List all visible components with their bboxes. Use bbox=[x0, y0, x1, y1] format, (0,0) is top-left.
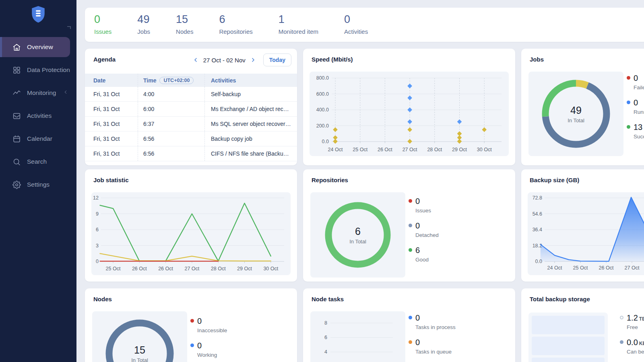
chevron-left-icon[interactable] bbox=[63, 89, 68, 97]
jobs-donut-chart: 49 In Total bbox=[538, 76, 614, 152]
sidebar: Overview Data Protection Monitoring Acti… bbox=[0, 0, 76, 362]
stat-nodes[interactable]: 15 Nodes bbox=[176, 13, 193, 35]
svg-text:400.0: 400.0 bbox=[316, 107, 329, 113]
agenda-date-range: 27 Oct - 02 Nov bbox=[203, 57, 246, 64]
sidebar-item-search[interactable]: Search bbox=[0, 152, 76, 172]
repositories-total: 6 bbox=[355, 226, 361, 237]
svg-text:26 Oct: 26 Oct bbox=[378, 147, 392, 152]
home-icon bbox=[12, 43, 21, 51]
svg-text:800.0: 800.0 bbox=[316, 75, 329, 81]
svg-text:30 Oct: 30 Oct bbox=[477, 147, 492, 152]
search-icon bbox=[12, 158, 21, 166]
legend-dot bbox=[627, 101, 630, 104]
agenda-next-button[interactable] bbox=[249, 56, 257, 64]
total-backup-storage-title: Total backup storage bbox=[530, 296, 590, 302]
agenda-table: Date Time UTC+02:00 Activities Fri, 31 O… bbox=[85, 74, 297, 161]
agenda-row[interactable]: Fri, 31 Oct 6:56 CIFS / NFS file share (… bbox=[85, 146, 297, 161]
svg-text:36.4: 36.4 bbox=[533, 227, 542, 232]
svg-text:9: 9 bbox=[96, 211, 99, 217]
jobs-legend: 0 Failed 0 Running 13 Success bbox=[627, 74, 644, 147]
node-tasks-legend: 0 Tasks in process 0 Tasks in queue bbox=[409, 313, 509, 362]
sidebar-item-settings[interactable]: Settings bbox=[0, 175, 76, 195]
sidebar-item-monitoring[interactable]: Monitoring bbox=[0, 83, 76, 103]
jobs-title: Jobs bbox=[530, 56, 544, 63]
legend-entry-working: 0 Working bbox=[190, 341, 291, 358]
svg-text:8: 8 bbox=[324, 320, 327, 326]
nodes-total: 15 bbox=[134, 344, 145, 356]
svg-text:12: 12 bbox=[93, 195, 99, 201]
agenda-date-nav: 27 Oct - 02 Nov Today bbox=[192, 53, 291, 66]
repositories-donut-chart: 6 In Total bbox=[320, 197, 396, 273]
svg-text:6: 6 bbox=[96, 227, 99, 232]
job-statistic-title: Job statistic bbox=[93, 177, 129, 183]
sidebar-item-calendar[interactable]: Calendar bbox=[0, 129, 76, 149]
today-button[interactable]: Today bbox=[263, 53, 291, 66]
svg-text:72.8: 72.8 bbox=[533, 195, 542, 201]
legend-entry-tasks-in-process: 0 Tasks in process bbox=[409, 313, 509, 330]
node-tasks-card: Node tasks 02468 0 Tasks in process 0 Ta… bbox=[303, 288, 515, 362]
legend-dot bbox=[409, 199, 412, 203]
sidebar-item-label: Monitoring bbox=[27, 89, 56, 97]
stat-issues[interactable]: 0 Issues bbox=[94, 13, 111, 35]
nodes-legend: 0 Inaccessible 0 Working bbox=[190, 317, 291, 362]
agenda-row[interactable]: Fri, 31 Oct 6:00 Ms Exchange / AD object… bbox=[85, 102, 297, 117]
repositories-title: Repositories bbox=[312, 177, 348, 183]
stat-jobs[interactable]: 49 Jobs bbox=[137, 13, 150, 35]
nodes-donut-chart: 15 In Total bbox=[101, 315, 178, 362]
legend-dot bbox=[409, 248, 412, 252]
svg-text:27 Oct: 27 Oct bbox=[184, 266, 199, 272]
sidebar-collapse-handle-icon[interactable] bbox=[67, 26, 71, 29]
sidebar-item-data-protection[interactable]: Data Protection bbox=[0, 60, 76, 80]
stat-repositories[interactable]: 6 Repositories bbox=[219, 13, 252, 35]
legend-dot bbox=[190, 343, 194, 347]
legend-entry-tasks-in-queue: 0 Tasks in queue bbox=[409, 338, 509, 355]
svg-text:3: 3 bbox=[96, 243, 99, 249]
sidebar-item-label: Overview bbox=[27, 43, 53, 51]
legend-entry-can-be-reclaimed: 0.0KB Can be reclaimed bbox=[620, 338, 644, 355]
sidebar-item-activities[interactable]: Activities bbox=[0, 106, 76, 126]
job-statistic-line-chart: 03691225 Oct26 Oct26 Oct27 Oct28 Oct29 O… bbox=[91, 192, 291, 275]
summary-stats-bar: 0 Issues 49 Jobs 15 Nodes 6 Repositories… bbox=[85, 8, 644, 42]
svg-text:4: 4 bbox=[324, 349, 327, 355]
dashboard-screen: { "colors": { "accent_blue": "#3b77d2", … bbox=[0, 0, 644, 362]
svg-text:28 Oct: 28 Oct bbox=[211, 266, 226, 272]
agenda-row[interactable]: Fri, 31 Oct 6:37 Ms SQL server object re… bbox=[85, 117, 297, 132]
sidebar-item-label: Settings bbox=[27, 181, 50, 188]
grid-icon bbox=[12, 66, 21, 74]
sidebar-item-overview[interactable]: Overview bbox=[0, 37, 70, 57]
agenda-prev-button[interactable] bbox=[192, 56, 200, 64]
legend-entry-issues: 0 Issues bbox=[409, 197, 509, 214]
svg-text:26 Oct: 26 Oct bbox=[158, 266, 173, 272]
agenda-row[interactable]: Fri, 31 Oct 4:00 Self-backup bbox=[85, 87, 297, 102]
speed-card: Speed (Mbit/s) 0.0200.0400.0600.0800.024… bbox=[303, 49, 515, 165]
storage-bars bbox=[532, 316, 605, 362]
svg-text:25 Oct: 25 Oct bbox=[106, 266, 121, 272]
sidebar-item-label: Data Protection bbox=[27, 66, 70, 74]
stat-activities[interactable]: 0 Activities bbox=[344, 13, 368, 35]
legend-entry-failed: 0 Failed bbox=[627, 74, 644, 90]
job-statistic-card: Job statistic 03691225 Oct26 Oct26 Oct27… bbox=[85, 169, 297, 282]
shield-logo-icon bbox=[30, 5, 47, 24]
storage-bar bbox=[532, 316, 605, 334]
legend-entry-running: 0 Running bbox=[627, 98, 644, 115]
storage-bars-panel bbox=[528, 313, 608, 362]
jobs-card: Jobs 49 In Total 0 Failed 0 Running 13 S… bbox=[521, 49, 644, 165]
repositories-legend: 0 Issues 0 Detached 6 Good bbox=[409, 197, 509, 270]
svg-text:200.0: 200.0 bbox=[316, 123, 329, 129]
stat-monitored-item[interactable]: 1 Monitored item bbox=[279, 13, 318, 35]
legend-entry-inaccessible: 0 Inaccessible bbox=[190, 317, 291, 333]
speed-scatter-chart: 0.0200.0400.0600.0800.024 Oct25 Oct26 Oc… bbox=[310, 72, 509, 156]
legend-hollow-dot bbox=[620, 316, 623, 319]
backup-size-chart-panel: 0.018.236.454.672.824 Oct25 Oct26 Oct27 … bbox=[528, 192, 644, 275]
legend-entry-detached: 0 Detached bbox=[409, 221, 509, 238]
sidebar-item-label: Activities bbox=[27, 112, 52, 119]
jobs-donut-panel: 49 In Total bbox=[528, 72, 623, 156]
total-backup-storage-card: Total backup storage 1.2TB Free 0.0KB Ca… bbox=[521, 288, 644, 362]
agenda-card: Agenda 27 Oct - 02 Nov Today Date Time U… bbox=[85, 49, 297, 165]
legend-entry-good: 6 Good bbox=[409, 246, 509, 263]
svg-text:29 Oct: 29 Oct bbox=[452, 147, 467, 152]
svg-text:0: 0 bbox=[96, 259, 99, 264]
agenda-row[interactable]: Fri, 31 Oct 6:56 Backup copy job bbox=[85, 132, 297, 146]
timezone-badge[interactable]: UTC+02:00 bbox=[159, 77, 194, 84]
chevron-left-icon bbox=[192, 57, 199, 63]
